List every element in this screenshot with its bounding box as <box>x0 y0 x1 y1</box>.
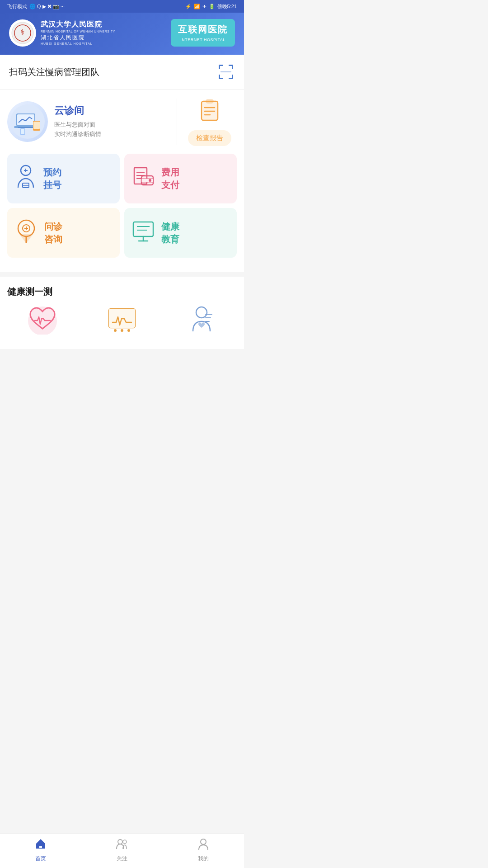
svg-rect-44 <box>133 222 153 236</box>
status-icons: 🌐 Q ▶ ✖ 📷 ··· <box>29 4 65 9</box>
health-item-heart[interactable] <box>7 305 78 340</box>
service-label-payment: 费用 支付 <box>161 166 179 191</box>
svg-point-38 <box>149 179 151 182</box>
cloud-clinic-desc1: 医生与您面对面 <box>54 120 171 130</box>
monitor-health-icon <box>106 305 138 340</box>
svg-rect-14 <box>17 114 34 125</box>
status-left: 飞行模式 🌐 Q ▶ ✖ 📷 ··· <box>7 3 65 10</box>
internet-hospital-badge[interactable]: 互联网医院 INTERNET HOSPITAL <box>171 19 235 47</box>
hospital-main-cn: 武汉大学人民医院 <box>41 20 115 29</box>
cloud-clinic-image <box>7 101 48 142</box>
health-section-title: 健康测一测 <box>7 286 237 298</box>
report-icon <box>198 98 221 126</box>
education-icon <box>131 220 155 246</box>
cloud-clinic-title: 云诊间 <box>54 104 171 118</box>
svg-point-54 <box>127 329 130 332</box>
svg-rect-11 <box>221 71 231 72</box>
cloud-clinic-section: 云诊间 医生与您面对面 实时沟通诊断病情 检查 <box>7 97 237 146</box>
svg-rect-37 <box>141 179 153 182</box>
svg-point-53 <box>121 329 123 332</box>
time-label: 傍晚5:21 <box>217 3 237 10</box>
logo-section: ⚕ 武汉大学人民医院 RENMIN HOSPITAL OF WUHAN UNIV… <box>9 19 164 47</box>
flight-mode-label: 飞行模式 <box>7 3 27 10</box>
service-label-appointment: 预约 挂号 <box>43 166 61 191</box>
heart-health-icon <box>27 305 58 340</box>
status-right: ⚡ 📶 ✈ 🔋 傍晚5:21 <box>185 3 237 10</box>
svg-rect-23 <box>206 99 213 103</box>
svg-rect-18 <box>33 122 40 129</box>
badge-cn: 互联网医院 <box>178 24 228 36</box>
svg-point-52 <box>114 329 117 332</box>
hospital-sub-en: HUBEI GENERAL HOSPITAL <box>41 42 115 46</box>
svg-rect-6 <box>232 65 233 69</box>
vertical-divider <box>177 99 177 145</box>
service-label-education: 健康 教育 <box>161 220 179 245</box>
scan-text: 扫码关注慢病管理团队 <box>9 66 99 78</box>
report-button[interactable]: 检查报告 <box>188 130 231 146</box>
payment-icon <box>131 166 155 192</box>
bluetooth-icon: ⚡ <box>185 4 192 9</box>
svg-rect-10 <box>232 75 233 79</box>
health-item-monitor[interactable] <box>87 305 157 340</box>
main-content: 云诊间 医生与您面对面 实时沟通诊断病情 检查 <box>0 90 244 272</box>
svg-rect-4 <box>219 65 220 69</box>
wifi-icon: 📶 <box>194 4 200 9</box>
hospital-name: 武汉大学人民医院 RENMIN HOSPITAL OF WUHAN UNIVER… <box>41 20 115 46</box>
svg-rect-8 <box>219 75 220 79</box>
battery-icon: 🔋 <box>209 4 215 9</box>
hospital-logo: ⚕ <box>9 19 36 47</box>
service-label-consultation: 问诊 咨询 <box>44 220 62 245</box>
service-card-education[interactable]: 健康 教育 <box>124 208 237 258</box>
cloud-clinic-info[interactable]: 云诊间 医生与您面对面 实时沟通诊断病情 <box>7 97 171 146</box>
status-bar: 飞行模式 🌐 Q ▶ ✖ 📷 ··· ⚡ 📶 ✈ 🔋 傍晚5:21 <box>0 0 244 13</box>
service-card-appointment[interactable]: 预约 挂号 <box>7 154 120 203</box>
service-grid: 预约 挂号 费用 支付 <box>7 154 237 258</box>
report-section[interactable]: 检查报告 <box>183 97 237 146</box>
cloud-clinic-desc2: 实时沟通诊断病情 <box>54 130 171 139</box>
hospital-sub-cn: 湖北省人民医院 <box>41 34 115 42</box>
health-grid <box>7 305 237 340</box>
badge-en: INTERNET HOSPITAL <box>178 38 228 42</box>
svg-point-55 <box>196 307 207 318</box>
health-item-person[interactable] <box>166 305 237 340</box>
person-health-icon <box>186 305 217 340</box>
scan-qr-icon[interactable] <box>217 63 235 81</box>
appointment-icon <box>14 164 37 193</box>
airplane-icon: ✈ <box>202 4 206 9</box>
service-card-payment[interactable]: 费用 支付 <box>124 154 237 203</box>
cloud-clinic-text: 云诊间 医生与您面对面 实时沟通诊断病情 <box>54 104 171 139</box>
svg-text:⚕: ⚕ <box>20 28 25 37</box>
svg-rect-16 <box>18 127 34 128</box>
health-section: 健康测一测 <box>0 277 244 349</box>
scan-bar[interactable]: 扫码关注慢病管理团队 <box>0 55 244 90</box>
service-card-consultation[interactable]: 问诊 咨询 <box>7 208 120 258</box>
hospital-main-en: RENMIN HOSPITAL OF WUHAN UNIVERSITY <box>41 29 115 33</box>
consultation-icon <box>14 218 38 247</box>
header: ⚕ 武汉大学人民医院 RENMIN HOSPITAL OF WUHAN UNIV… <box>0 13 244 55</box>
svg-rect-20 <box>21 129 24 134</box>
